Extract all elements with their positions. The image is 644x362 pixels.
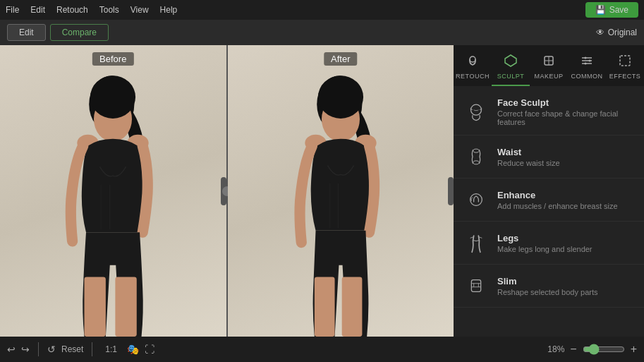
svg-rect-36	[471, 280, 480, 292]
svg-point-3	[90, 76, 135, 119]
zoom-level: 18%	[547, 344, 564, 354]
slim-desc: Reshape selected body parts	[497, 288, 597, 296]
feature-legs[interactable]: Legs Make legs long and slender	[454, 222, 644, 265]
tab-effects[interactable]: EFFECTS	[606, 45, 644, 86]
undo-button[interactable]: ↩	[7, 344, 16, 355]
main-area: Before	[0, 45, 644, 337]
feature-enhance[interactable]: Enhance Add muscles / enhance breast siz…	[454, 179, 644, 222]
reset-label[interactable]: Reset	[61, 344, 83, 354]
tab-sculpt[interactable]: SCULPT	[492, 45, 530, 86]
svg-point-24	[585, 56, 587, 59]
before-label: Before	[92, 52, 133, 66]
svg-point-26	[585, 62, 587, 64]
zoom-slider[interactable]	[583, 344, 625, 355]
ratio-label: 1:1	[105, 344, 117, 354]
svg-rect-7	[116, 277, 137, 337]
tab-bar: RETOUCH SCULPT MAKEUP	[454, 45, 644, 86]
scroll-handle-after[interactable]	[448, 177, 454, 205]
separator-1	[38, 342, 39, 356]
tab-effects-label: EFFECTS	[609, 73, 641, 80]
menu-view[interactable]: View	[130, 5, 149, 15]
separator-2	[92, 342, 92, 356]
feature-waist[interactable]: Waist Reduce waist size	[454, 135, 644, 179]
svg-point-31	[473, 149, 479, 152]
svg-point-32	[473, 161, 479, 164]
enhance-desc: Add muscles / enhance breast size	[497, 202, 618, 210]
svg-point-33	[470, 194, 482, 206]
legs-desc: Make legs long and slender	[497, 245, 593, 253]
edit-button[interactable]: Edit	[7, 24, 46, 41]
legs-icon	[463, 230, 489, 255]
svg-point-16	[470, 56, 475, 62]
face-sculpt-title: Face Sculpt	[497, 97, 634, 108]
face-sculpt-desc: Correct face shape & change facial featu…	[497, 109, 634, 126]
zoom-in-button[interactable]: +	[631, 343, 637, 356]
menu-help[interactable]: Help	[160, 5, 178, 15]
retouch-icon	[466, 54, 480, 71]
original-button[interactable]: 👁 Original	[596, 28, 637, 37]
image-area: Before	[0, 45, 454, 337]
save-button[interactable]: 💾 Save	[585, 2, 638, 18]
right-panel: RETOUCH SCULPT MAKEUP	[454, 45, 644, 337]
makeup-icon	[542, 54, 556, 71]
tab-common[interactable]: COMMON	[568, 45, 606, 86]
waist-title: Waist	[497, 147, 560, 157]
face-sculpt-icon	[463, 99, 489, 125]
tab-makeup-label: MAKEUP	[534, 73, 563, 80]
slim-title: Slim	[497, 276, 597, 286]
after-pane: After	[228, 45, 454, 337]
compare-button[interactable]: Compare	[50, 24, 109, 41]
menu-bar: File Edit Retouch Tools View Help 💾 Save	[0, 0, 644, 20]
common-icon	[580, 54, 594, 71]
sculpt-icon	[504, 54, 518, 71]
tab-common-label: COMMON	[571, 73, 603, 80]
menu-tools[interactable]: Tools	[99, 5, 119, 15]
zoom-out-button[interactable]: −	[570, 343, 576, 356]
svg-rect-14	[315, 277, 335, 337]
face-detect-icon[interactable]: 🎭	[127, 344, 139, 355]
svg-rect-27	[620, 56, 630, 66]
menu-retouch[interactable]: Retouch	[56, 5, 88, 15]
before-pane: Before	[0, 45, 226, 337]
svg-rect-6	[85, 277, 106, 337]
slim-icon	[463, 273, 489, 298]
waist-desc: Reduce waist size	[497, 159, 560, 167]
reset-icon: ↺	[47, 344, 56, 355]
waist-icon	[463, 144, 489, 169]
feature-slim[interactable]: Slim Reshape selected body parts	[454, 265, 644, 308]
save-icon: 💾	[595, 5, 606, 15]
edit-bar: Edit Compare 👁 Original	[0, 20, 644, 45]
svg-point-25	[589, 59, 591, 61]
svg-marker-17	[505, 55, 516, 66]
enhance-title: Enhance	[497, 190, 618, 200]
tab-retouch-label: RETOUCH	[456, 73, 490, 80]
fullscreen-icon[interactable]: ⛶	[145, 344, 154, 355]
bottom-bar: ↩ ↪ ↺ Reset 1:1 🎭 ⛶ 18% − +	[0, 337, 644, 362]
menu-edit[interactable]: Edit	[30, 5, 45, 15]
tab-sculpt-label: SCULPT	[497, 73, 525, 80]
redo-button[interactable]: ↪	[21, 344, 30, 355]
feature-list: Face Sculpt Correct face shape & change …	[454, 86, 644, 337]
menu-file[interactable]: File	[6, 5, 19, 15]
svg-point-11	[318, 76, 363, 119]
eye-icon: 👁	[596, 28, 604, 37]
enhance-icon	[463, 187, 489, 212]
tab-makeup[interactable]: MAKEUP	[530, 45, 568, 86]
tab-retouch[interactable]: RETOUCH	[454, 45, 492, 86]
feature-face-sculpt[interactable]: Face Sculpt Correct face shape & change …	[454, 89, 644, 135]
svg-rect-15	[341, 277, 362, 337]
effects-icon	[618, 54, 632, 71]
after-label: After	[324, 52, 357, 66]
legs-title: Legs	[497, 233, 593, 243]
